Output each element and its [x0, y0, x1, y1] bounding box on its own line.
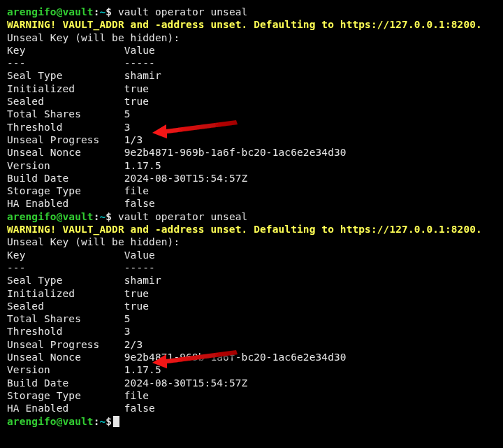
kv-underline-1: --- -----: [7, 57, 496, 69]
user-host: arengifo@vault: [7, 6, 94, 17]
kv-header-2: Key Value: [7, 249, 496, 261]
row-seal-type-1: Seal Type shamir: [7, 69, 496, 82]
row-ha-2: HA Enabled false: [7, 402, 496, 414]
row-threshold-1: Threshold 3: [7, 121, 496, 133]
row-ha-1: HA Enabled false: [7, 197, 496, 210]
hidden-key-2: Unseal Key (will be hidden):: [7, 236, 496, 248]
warning-2: WARNING! VAULT_ADDR and -address unset. …: [7, 223, 496, 236]
row-version-2: Version 1.17.5: [7, 363, 496, 376]
row-version-1: Version 1.17.5: [7, 159, 496, 172]
kv-header-1: Key Value: [7, 44, 496, 57]
row-build-1: Build Date 2024-08-30T15:54:57Z: [7, 172, 496, 185]
path: ~: [99, 6, 105, 17]
row-storage-1: Storage Type file: [7, 185, 496, 197]
cursor: [113, 416, 119, 427]
row-threshold-2: Threshold 3: [7, 325, 496, 338]
prompt-line-3[interactable]: arengifo@vault:~$: [7, 415, 496, 428]
row-storage-2: Storage Type file: [7, 389, 496, 402]
row-initialized-1: Initialized true: [7, 82, 496, 95]
row-nonce-1: Unseal Nonce 9e2b4871-969b-1a6f-bc20-1ac…: [7, 146, 496, 159]
row-sealed-2: Sealed true: [7, 300, 496, 312]
prompt-line-2: arengifo@vault:~$ vault operator unseal: [7, 210, 496, 223]
hdr-val: Value: [124, 45, 155, 56]
hidden-key-1: Unseal Key (will be hidden):: [7, 31, 496, 44]
row-progress-2: Unseal Progress 2/3: [7, 338, 496, 351]
row-sealed-1: Sealed true: [7, 95, 496, 108]
prompt-line-1: arengifo@vault:~$ vault operator unseal: [7, 6, 496, 18]
command-2: vault operator unseal: [118, 211, 247, 222]
spacer: [112, 6, 118, 17]
row-initialized-2: Initialized true: [7, 287, 496, 300]
row-progress-1: Unseal Progress 1/3: [7, 133, 496, 146]
row-shares-1: Total Shares 5: [7, 108, 496, 120]
kv-underline-2: --- -----: [7, 261, 496, 274]
command-1: vault operator unseal: [118, 6, 247, 17]
row-shares-2: Total Shares 5: [7, 312, 496, 325]
prompt-sym: $: [105, 6, 112, 17]
hdr-key: Key: [7, 45, 26, 56]
warning-1: WARNING! VAULT_ADDR and -address unset. …: [7, 18, 496, 31]
row-nonce-2: Unseal Nonce 9e2b4871-969b-1a6f-bc20-1ac…: [7, 351, 496, 363]
row-seal-type-2: Seal Type shamir: [7, 274, 496, 287]
row-build-2: Build Date 2024-08-30T15:54:57Z: [7, 377, 496, 389]
terminal-window[interactable]: arengifo@vault:~$ vault operator unseal …: [0, 0, 503, 433]
